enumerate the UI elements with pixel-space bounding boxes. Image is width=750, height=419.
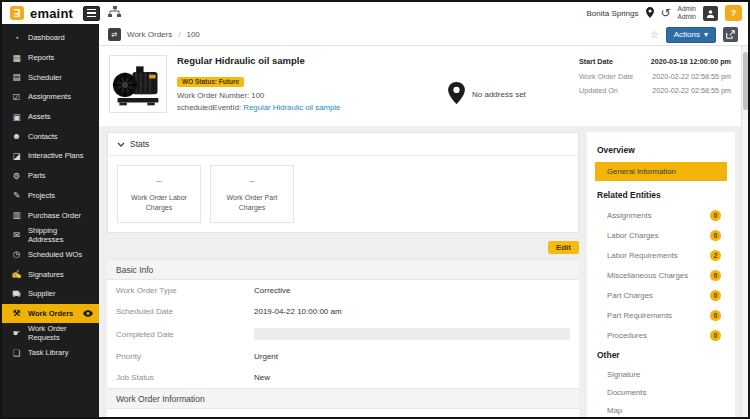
stats-header[interactable]: Stats — [108, 133, 578, 156]
sidebar-item-label: Scheduler — [28, 73, 62, 82]
sidebar-item-label: Supplier — [28, 289, 56, 298]
shipping-addresses-icon: ✉ — [11, 230, 22, 240]
updated-on-row: Updated On2020-02-22 02:58:55 pm — [579, 86, 731, 95]
contacts-icon: ☻ — [11, 131, 22, 141]
sidebar-item-label: Reports — [28, 53, 54, 62]
panel-item-assignments[interactable]: Assignments0 — [587, 205, 735, 225]
favorite-star-icon[interactable]: ☆ — [650, 29, 659, 40]
scrollbar-thumb[interactable] — [743, 52, 748, 110]
actions-button[interactable]: Actions▾ — [666, 27, 716, 43]
record-body: Regular Hidraulic oil sample WO Status: … — [99, 46, 741, 417]
signatures-icon: ✍ — [11, 269, 22, 279]
work-order-title: Regular Hidraulic oil sample — [177, 55, 412, 66]
work-order-type-link[interactable]: Corrective — [254, 286, 570, 295]
scheduled-event-link[interactable]: Regular Hidraulic oil sample — [243, 103, 340, 112]
completed-date-empty-field[interactable] — [254, 328, 570, 340]
sidebar-item-interactive-plans[interactable]: ◪Interactive Plans — [2, 146, 99, 166]
priority-link[interactable]: Urgent — [254, 352, 570, 361]
sidebar-item-label: Scheduled WOs — [28, 250, 82, 259]
export-icon[interactable] — [723, 27, 738, 42]
navigation-panel: Overview General Information Related Ent… — [587, 132, 735, 417]
sidebar-item-contacts[interactable]: ☻Contacts — [2, 126, 99, 146]
sidebar-item-scheduler[interactable]: ▤Scheduler — [2, 67, 99, 87]
count-badge: 0 — [710, 230, 721, 241]
count-badge: 0 — [710, 210, 721, 221]
field-scheduled-date: Scheduled Date 2019-04-22 10:00:00 am — [107, 301, 579, 322]
status-badge: WO Status: Future — [177, 77, 244, 87]
sitemap-icon[interactable] — [108, 4, 121, 22]
help-button[interactable]: ? — [725, 5, 742, 21]
sidebar-item-dashboard[interactable]: ◔Dashboard — [2, 28, 99, 48]
scheduled-event-label: scheduledEventId: — [177, 103, 241, 112]
history-icon[interactable]: ↺ — [661, 7, 671, 19]
sidebar-item-scheduled-wos[interactable]: ◷Scheduled WOs — [2, 245, 99, 265]
sidebar-item-supplier[interactable]: ⛟Supplier — [2, 284, 99, 304]
sidebar-item-label: Work Orders — [28, 309, 73, 318]
stat-labor-charges[interactable]: – Work Order Labor Charges — [117, 165, 201, 223]
work-order-number: Work Order Number: 100 — [177, 91, 412, 100]
other-heading: Other — [587, 345, 735, 365]
asset-image[interactable] — [109, 55, 167, 113]
content-area: ⇄ Work Orders / 100 ☆ Actions▾ — [99, 24, 748, 417]
sidebar-item-task-library[interactable]: ❏Task Library — [2, 343, 99, 363]
field-work-order-type: Work Order Type Corrective — [107, 280, 579, 301]
assets-icon: ▣ — [11, 112, 22, 122]
start-date-row: Start Date2020-03-18 12:00:00 pm — [579, 57, 731, 66]
task-library-icon: ❏ — [11, 348, 22, 358]
panel-item-labor-charges[interactable]: Labor Charges0 — [587, 225, 735, 245]
vertical-scrollbar[interactable] — [741, 46, 748, 417]
sidebar-item-label: Assets — [28, 112, 51, 121]
panel-item-miscellaneous-charges[interactable]: Miscellaneous Charges0 — [587, 265, 735, 285]
breadcrumb-record: 100 — [186, 30, 199, 39]
work-orders-icon: ⚒ — [11, 308, 22, 318]
sidebar-item-shipping-addresses[interactable]: ✉Shipping Addresses — [2, 225, 99, 245]
sidebar-item-projects[interactable]: ✎Projects — [2, 186, 99, 206]
hamburger-menu-button[interactable] — [83, 6, 100, 21]
reports-icon: ▦ — [11, 53, 22, 63]
assignments-icon: ☑ — [11, 92, 22, 102]
sidebar-item-signatures[interactable]: ✍Signatures — [2, 264, 99, 284]
breadcrumb-section[interactable]: Work Orders — [127, 30, 172, 39]
collapse-chevron-icon — [117, 142, 125, 147]
location-label: Bonita Springs — [586, 9, 638, 18]
record-nav-icon[interactable]: ⇄ — [108, 28, 121, 41]
work-order-requests-icon: ☛ — [11, 328, 22, 338]
interactive-plans-icon: ◪ — [11, 151, 22, 161]
scheduler-icon: ▤ — [11, 72, 22, 82]
job-status-link[interactable]: New — [254, 373, 570, 382]
location-pin-icon[interactable] — [646, 4, 654, 22]
sidebar-item-work-order-requests[interactable]: ☛Work Order Requests — [2, 323, 99, 343]
field-brief-description: Brief Description Regular Hidraulic oil … — [107, 409, 579, 417]
sidebar-item-label: Signatures — [28, 270, 64, 279]
sidebar-item-label: Projects — [28, 191, 55, 200]
sidebar-item-assignments[interactable]: ☑Assignments — [2, 87, 99, 107]
count-badge: 2 — [710, 250, 721, 261]
count-badge: 0 — [710, 270, 721, 281]
sidebar-item-purchase-order[interactable]: ▥Purchase Order — [2, 205, 99, 225]
panel-item-part-requirements[interactable]: Part Requirements0 — [587, 305, 735, 325]
sidebar-item-reports[interactable]: ▦Reports — [2, 48, 99, 68]
panel-item-procedures[interactable]: Procedures0 — [587, 325, 735, 345]
panel-item-documents[interactable]: Documents — [587, 383, 735, 401]
sidebar-item-assets[interactable]: ▣Assets — [2, 107, 99, 127]
panel-item-general-information[interactable]: General Information — [595, 162, 727, 181]
sidebar-item-work-orders[interactable]: ⚒ Work Orders — [2, 304, 99, 324]
user-avatar-button[interactable] — [703, 6, 718, 21]
field-priority: Priority Urgent — [107, 346, 579, 367]
sidebar-item-label: Shipping Addresses — [28, 226, 93, 244]
panel-item-map[interactable]: Map — [587, 401, 735, 417]
stat-part-charges[interactable]: – Work Order Part Charges — [210, 165, 294, 223]
sidebar-item-parts[interactable]: ⚙Parts — [2, 166, 99, 186]
panel-item-labor-requirements[interactable]: Labor Requirements2 — [587, 245, 735, 265]
map-pin-icon — [448, 82, 465, 108]
work-order-summary: Regular Hidraulic oil sample WO Status: … — [177, 55, 412, 118]
work-order-date-row: Work Order Date2020-02-22 02:58:55 pm — [579, 72, 731, 81]
sidebar-nav: ◔Dashboard ▦Reports ▤Scheduler ☑Assignme… — [2, 24, 99, 417]
breadcrumb-separator: / — [178, 30, 180, 39]
edit-button[interactable]: Edit — [548, 241, 579, 254]
main-column: Stats – Work Order Labor Charges – Work … — [107, 132, 579, 417]
panel-item-signature[interactable]: Signature — [587, 365, 735, 383]
eye-icon[interactable] — [83, 310, 93, 317]
detail-sections: Basic Info Work Order Type Corrective Sc… — [107, 259, 579, 417]
panel-item-part-charges[interactable]: Part Charges0 — [587, 285, 735, 305]
